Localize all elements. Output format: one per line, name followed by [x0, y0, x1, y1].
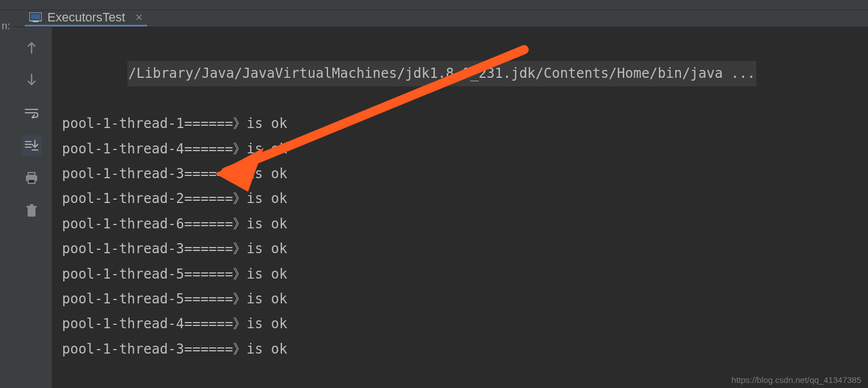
svg-rect-5 — [28, 179, 35, 183]
down-stack-icon[interactable] — [21, 70, 42, 90]
console-output[interactable]: /Library/Java/JavaVirtualMachines/jdk1.8… — [52, 27, 868, 388]
tab-executors-test[interactable]: ExecutorsTest × — [25, 10, 147, 27]
tab-bar: ExecutorsTest × — [11, 10, 868, 27]
scroll-to-end-icon[interactable] — [21, 135, 42, 156]
svg-rect-7 — [26, 206, 37, 208]
svg-rect-1 — [31, 14, 40, 19]
window-top-bar — [0, 0, 868, 10]
svg-rect-6 — [28, 208, 36, 217]
console-line: pool-1-thread-5======》is ok — [62, 286, 858, 311]
console-line: pool-1-thread-3======》is ok — [62, 161, 858, 186]
panel-body: /Library/Java/JavaVirtualMachines/jdk1.8… — [11, 27, 868, 388]
console-line: pool-1-thread-3======》is ok — [62, 236, 858, 261]
svg-rect-3 — [28, 173, 35, 175]
run-panel: ExecutorsTest × — [11, 10, 868, 388]
close-icon[interactable]: × — [135, 10, 143, 25]
trash-icon[interactable] — [21, 201, 42, 221]
up-stack-icon[interactable] — [21, 37, 42, 58]
svg-rect-8 — [30, 204, 33, 206]
console-command-line: /Library/Java/JavaVirtualMachines/jdk1.8… — [127, 61, 757, 86]
watermark-text: https://blog.csdn.net/qq_41347385 — [732, 375, 861, 385]
svg-rect-2 — [33, 21, 38, 22]
left-panel-label: n: — [0, 10, 11, 388]
console-toolbar — [11, 27, 52, 388]
main-panel: n: ExecutorsTest × — [0, 10, 868, 388]
console-line: pool-1-thread-6======》is ok — [62, 211, 858, 236]
tab-label: ExecutorsTest — [47, 10, 125, 25]
print-icon[interactable] — [21, 168, 42, 188]
console-line: pool-1-thread-4======》is ok — [62, 311, 858, 336]
console-line: pool-1-thread-1======》is ok — [62, 111, 858, 136]
soft-wrap-icon[interactable] — [21, 103, 42, 123]
console-line: pool-1-thread-3======》is ok — [62, 337, 858, 361]
console-line: pool-1-thread-5======》is ok — [62, 262, 858, 286]
console-line: pool-1-thread-2======》is ok — [62, 186, 858, 211]
console-line: pool-1-thread-4======》is ok — [62, 136, 858, 161]
application-icon — [29, 12, 42, 23]
